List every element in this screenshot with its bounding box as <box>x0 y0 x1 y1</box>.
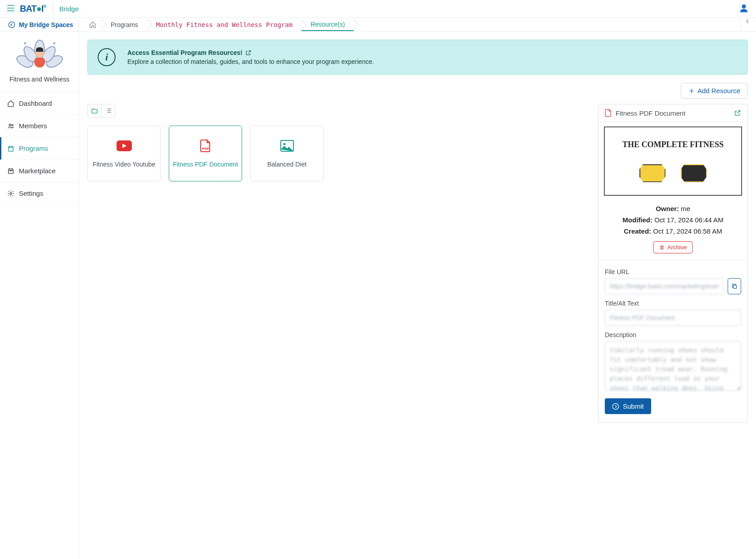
nav-label: Programs <box>19 144 48 152</box>
topbar: BAT●I® Bridge <box>0 0 756 18</box>
created-label: Created: <box>624 227 651 235</box>
folder-icon <box>91 108 98 114</box>
programs-icon <box>7 145 14 152</box>
sidebar-item-marketplace[interactable]: Marketplace <box>0 160 79 182</box>
submit-icon <box>612 403 619 410</box>
badge-icon <box>681 164 707 182</box>
banner-subtitle: Explore a collection of materials, guide… <box>127 58 374 65</box>
resource-card-pdf[interactable]: PDF Fitness PDF Document <box>169 126 242 181</box>
copy-icon <box>731 283 738 289</box>
home-icon <box>89 21 96 28</box>
submit-button[interactable]: Submit <box>605 398 651 414</box>
submit-label: Submit <box>623 402 644 410</box>
nav-label: Settings <box>19 189 43 197</box>
title-label: Title/Alt Text <box>605 300 741 307</box>
copy-url-button[interactable] <box>728 278 741 294</box>
sidebar-item-programs[interactable]: Programs <box>0 137 79 160</box>
main-content: i Access Essential Program Resources! Ex… <box>79 32 756 559</box>
svg-rect-4 <box>9 146 14 151</box>
card-label: Balanced Diet <box>267 161 306 168</box>
preview-heading: THE COMPLETE FITNESS <box>622 140 724 150</box>
resource-cards: Fitness Video Youtube PDF Fitness PDF Do… <box>87 126 590 181</box>
breadcrumb-collapse-icon[interactable] <box>740 18 750 31</box>
svg-text:PDF: PDF <box>202 147 209 151</box>
archive-button[interactable]: Archive <box>653 241 693 253</box>
svg-point-1 <box>9 22 14 27</box>
sidebar-item-dashboard[interactable]: Dashboard <box>0 92 79 115</box>
svg-point-5 <box>10 193 12 194</box>
view-toggle <box>87 104 115 117</box>
nav-label: Marketplace <box>19 167 56 175</box>
archive-label: Archive <box>667 244 687 251</box>
description-label: Description <box>605 331 741 338</box>
logo[interactable]: BAT●I® <box>20 4 46 14</box>
product-name[interactable]: Bridge <box>59 5 79 13</box>
resource-card-image[interactable]: Balanced Diet <box>250 126 324 181</box>
add-label: Add Resource <box>698 87 740 95</box>
svg-rect-10 <box>734 285 737 289</box>
trash-icon <box>659 245 665 250</box>
nav-label: Dashboard <box>19 99 52 107</box>
members-icon <box>7 122 14 130</box>
preview-area: THE COMPLETE FITNESS <box>598 122 747 196</box>
add-resource-button[interactable]: Add Resource <box>681 83 748 99</box>
detail-form: File URL Title/Alt Text Description Simi… <box>598 260 747 422</box>
svg-point-9 <box>283 143 285 145</box>
space-profile: ✦✦ Fitness and Wellness <box>0 32 79 92</box>
svg-point-11 <box>612 403 618 409</box>
external-link-icon[interactable] <box>245 50 252 56</box>
list-icon <box>105 108 112 114</box>
logo-text: BAT <box>20 4 36 14</box>
url-label: File URL <box>605 268 741 275</box>
description-textarea[interactable]: Similarly running shoes should fit comfo… <box>605 341 741 391</box>
breadcrumb-resources[interactable]: Resource(s) <box>302 18 354 31</box>
created-value: Oct 17, 2024 06:58 AM <box>653 227 722 235</box>
sidebar-item-members[interactable]: Members <box>0 115 79 137</box>
card-label: Fitness Video Youtube <box>93 161 155 168</box>
space-name: Fitness and Wellness <box>9 76 69 83</box>
detail-meta: Owner: me Modified: Oct 17, 2024 06:44 A… <box>598 196 747 260</box>
svg-point-3 <box>12 124 13 126</box>
space-avatar: ✦✦ <box>20 40 59 71</box>
back-to-spaces[interactable]: My Bridge Spaces <box>0 18 79 31</box>
settings-icon <box>7 190 14 197</box>
marketplace-icon <box>7 167 14 175</box>
youtube-icon <box>117 139 132 153</box>
breadcrumb-home[interactable] <box>87 18 102 31</box>
info-banner: i Access Essential Program Resources! Ex… <box>87 40 748 75</box>
modified-label: Modified: <box>622 216 652 224</box>
file-url-input[interactable] <box>605 278 724 294</box>
modified-value: Oct 17, 2024 06:44 AM <box>654 216 723 224</box>
breadcrumb-programs[interactable]: Programs <box>102 18 147 31</box>
detail-title: Fitness PDF Document <box>616 109 730 117</box>
svg-point-2 <box>9 124 11 126</box>
home-icon <box>7 100 14 107</box>
list-view-button[interactable] <box>101 104 115 117</box>
svg-point-0 <box>742 5 746 9</box>
info-icon: i <box>98 48 116 66</box>
divider <box>53 5 53 14</box>
plus-icon <box>688 88 695 94</box>
badge-icon <box>639 164 666 182</box>
sidebar-item-settings[interactable]: Settings <box>0 182 79 205</box>
back-label: My Bridge Spaces <box>19 21 73 28</box>
card-label: Fitness PDF Document <box>173 161 238 168</box>
image-icon <box>279 139 295 153</box>
menu-toggle-icon[interactable] <box>7 5 14 13</box>
nav-label: Members <box>19 122 47 130</box>
pdf-icon <box>605 109 612 117</box>
resource-card-youtube[interactable]: Fitness Video Youtube <box>87 126 161 181</box>
banner-title: Access Essential Program Resources! <box>127 49 374 56</box>
sidebar: ✦✦ Fitness and Wellness Dashboard Member… <box>0 32 79 559</box>
owner-label: Owner: <box>656 205 679 212</box>
owner-value: me <box>681 205 690 212</box>
pdf-icon: PDF <box>198 139 213 153</box>
detail-panel: Fitness PDF Document THE COMPLETE FITNES… <box>598 104 748 423</box>
user-avatar-icon[interactable] <box>739 3 749 14</box>
breadcrumb-program-name[interactable]: Monthly Fitness and Wellness Program <box>147 18 302 31</box>
grid-view-button[interactable] <box>88 104 101 117</box>
external-link-icon[interactable] <box>734 109 741 117</box>
title-input[interactable] <box>605 310 741 326</box>
breadcrumb-bar: My Bridge Spaces Programs Monthly Fitnes… <box>0 18 756 32</box>
